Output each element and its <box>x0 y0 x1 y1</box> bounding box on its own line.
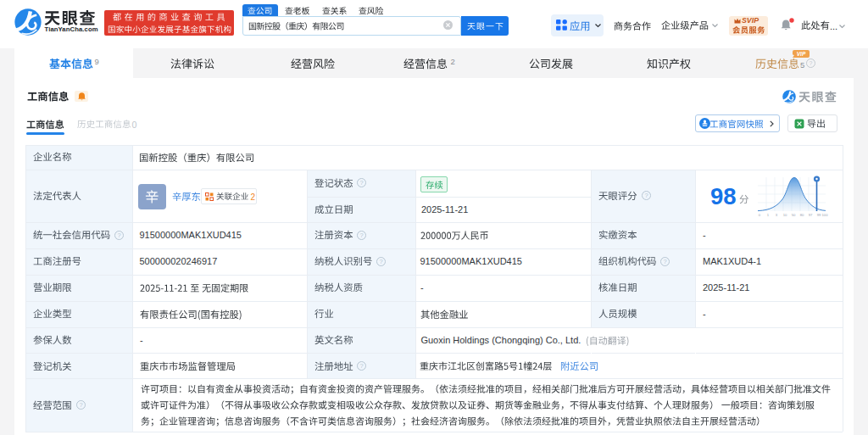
svg-text:3: 3 <box>776 213 778 217</box>
svg-text:80: 80 <box>800 213 804 217</box>
svg-text:10: 10 <box>783 213 787 217</box>
svg-text:100: 100 <box>822 213 829 217</box>
svg-text:?: ? <box>360 362 364 370</box>
svg-text:?: ? <box>79 401 82 409</box>
svg-text:?: ? <box>664 258 667 265</box>
svg-text:?: ? <box>118 231 121 239</box>
svg-text:?: ? <box>360 179 364 187</box>
svg-text:?: ? <box>379 258 382 265</box>
svg-text:?: ? <box>644 192 648 199</box>
svg-text:97: 97 <box>809 213 813 217</box>
svg-text:?: ? <box>810 60 813 66</box>
svg-text:VIP: VIP <box>796 51 805 57</box>
svg-text:0: 0 <box>759 213 761 217</box>
svg-text:1: 1 <box>767 213 770 217</box>
svg-text:99: 99 <box>817 213 821 217</box>
svg-text:?: ? <box>360 231 364 239</box>
svg-text:50: 50 <box>792 213 796 217</box>
